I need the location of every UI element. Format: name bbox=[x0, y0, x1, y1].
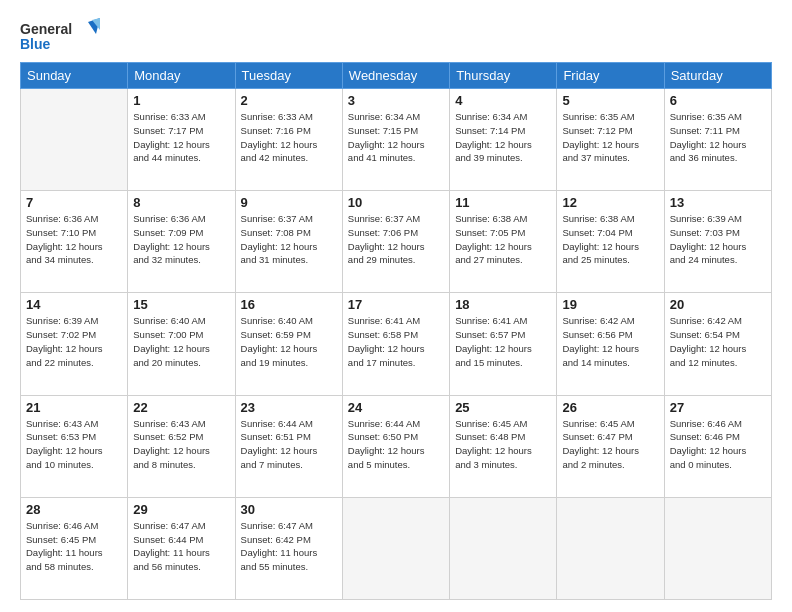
weekday-saturday: Saturday bbox=[664, 63, 771, 89]
cell-info: Sunrise: 6:46 AM Sunset: 6:46 PM Dayligh… bbox=[670, 417, 766, 472]
cell-info: Sunrise: 6:44 AM Sunset: 6:50 PM Dayligh… bbox=[348, 417, 444, 472]
calendar-cell: 22Sunrise: 6:43 AM Sunset: 6:52 PM Dayli… bbox=[128, 395, 235, 497]
calendar-cell: 24Sunrise: 6:44 AM Sunset: 6:50 PM Dayli… bbox=[342, 395, 449, 497]
day-number: 2 bbox=[241, 93, 337, 108]
calendar-cell: 10Sunrise: 6:37 AM Sunset: 7:06 PM Dayli… bbox=[342, 191, 449, 293]
week-row-1: 1Sunrise: 6:33 AM Sunset: 7:17 PM Daylig… bbox=[21, 89, 772, 191]
cell-info: Sunrise: 6:42 AM Sunset: 6:54 PM Dayligh… bbox=[670, 314, 766, 369]
day-number: 30 bbox=[241, 502, 337, 517]
cell-info: Sunrise: 6:37 AM Sunset: 7:06 PM Dayligh… bbox=[348, 212, 444, 267]
cell-info: Sunrise: 6:34 AM Sunset: 7:15 PM Dayligh… bbox=[348, 110, 444, 165]
cell-info: Sunrise: 6:42 AM Sunset: 6:56 PM Dayligh… bbox=[562, 314, 658, 369]
calendar-cell: 5Sunrise: 6:35 AM Sunset: 7:12 PM Daylig… bbox=[557, 89, 664, 191]
cell-info: Sunrise: 6:38 AM Sunset: 7:04 PM Dayligh… bbox=[562, 212, 658, 267]
calendar-cell: 17Sunrise: 6:41 AM Sunset: 6:58 PM Dayli… bbox=[342, 293, 449, 395]
day-number: 10 bbox=[348, 195, 444, 210]
day-number: 9 bbox=[241, 195, 337, 210]
cell-info: Sunrise: 6:47 AM Sunset: 6:44 PM Dayligh… bbox=[133, 519, 229, 574]
day-number: 11 bbox=[455, 195, 551, 210]
calendar-cell bbox=[557, 497, 664, 599]
week-row-5: 28Sunrise: 6:46 AM Sunset: 6:45 PM Dayli… bbox=[21, 497, 772, 599]
calendar-cell bbox=[450, 497, 557, 599]
day-number: 4 bbox=[455, 93, 551, 108]
calendar-cell: 23Sunrise: 6:44 AM Sunset: 6:51 PM Dayli… bbox=[235, 395, 342, 497]
cell-info: Sunrise: 6:40 AM Sunset: 7:00 PM Dayligh… bbox=[133, 314, 229, 369]
header: GeneralBlue bbox=[20, 18, 772, 54]
cell-info: Sunrise: 6:36 AM Sunset: 7:10 PM Dayligh… bbox=[26, 212, 122, 267]
day-number: 3 bbox=[348, 93, 444, 108]
day-number: 18 bbox=[455, 297, 551, 312]
calendar-cell: 27Sunrise: 6:46 AM Sunset: 6:46 PM Dayli… bbox=[664, 395, 771, 497]
week-row-4: 21Sunrise: 6:43 AM Sunset: 6:53 PM Dayli… bbox=[21, 395, 772, 497]
calendar-cell: 3Sunrise: 6:34 AM Sunset: 7:15 PM Daylig… bbox=[342, 89, 449, 191]
cell-info: Sunrise: 6:46 AM Sunset: 6:45 PM Dayligh… bbox=[26, 519, 122, 574]
cell-info: Sunrise: 6:35 AM Sunset: 7:11 PM Dayligh… bbox=[670, 110, 766, 165]
cell-info: Sunrise: 6:35 AM Sunset: 7:12 PM Dayligh… bbox=[562, 110, 658, 165]
day-number: 5 bbox=[562, 93, 658, 108]
weekday-friday: Friday bbox=[557, 63, 664, 89]
calendar-cell: 8Sunrise: 6:36 AM Sunset: 7:09 PM Daylig… bbox=[128, 191, 235, 293]
calendar-cell bbox=[21, 89, 128, 191]
calendar-cell: 30Sunrise: 6:47 AM Sunset: 6:42 PM Dayli… bbox=[235, 497, 342, 599]
weekday-tuesday: Tuesday bbox=[235, 63, 342, 89]
day-number: 8 bbox=[133, 195, 229, 210]
week-row-3: 14Sunrise: 6:39 AM Sunset: 7:02 PM Dayli… bbox=[21, 293, 772, 395]
calendar-cell: 21Sunrise: 6:43 AM Sunset: 6:53 PM Dayli… bbox=[21, 395, 128, 497]
cell-info: Sunrise: 6:41 AM Sunset: 6:57 PM Dayligh… bbox=[455, 314, 551, 369]
cell-info: Sunrise: 6:36 AM Sunset: 7:09 PM Dayligh… bbox=[133, 212, 229, 267]
cell-info: Sunrise: 6:47 AM Sunset: 6:42 PM Dayligh… bbox=[241, 519, 337, 574]
day-number: 23 bbox=[241, 400, 337, 415]
cell-info: Sunrise: 6:43 AM Sunset: 6:52 PM Dayligh… bbox=[133, 417, 229, 472]
cell-info: Sunrise: 6:39 AM Sunset: 7:03 PM Dayligh… bbox=[670, 212, 766, 267]
day-number: 6 bbox=[670, 93, 766, 108]
weekday-header-row: SundayMondayTuesdayWednesdayThursdayFrid… bbox=[21, 63, 772, 89]
day-number: 7 bbox=[26, 195, 122, 210]
calendar-cell: 2Sunrise: 6:33 AM Sunset: 7:16 PM Daylig… bbox=[235, 89, 342, 191]
logo-svg: GeneralBlue bbox=[20, 18, 110, 54]
day-number: 22 bbox=[133, 400, 229, 415]
calendar-cell: 9Sunrise: 6:37 AM Sunset: 7:08 PM Daylig… bbox=[235, 191, 342, 293]
weekday-thursday: Thursday bbox=[450, 63, 557, 89]
calendar-cell: 6Sunrise: 6:35 AM Sunset: 7:11 PM Daylig… bbox=[664, 89, 771, 191]
cell-info: Sunrise: 6:34 AM Sunset: 7:14 PM Dayligh… bbox=[455, 110, 551, 165]
calendar-cell: 12Sunrise: 6:38 AM Sunset: 7:04 PM Dayli… bbox=[557, 191, 664, 293]
calendar-cell: 14Sunrise: 6:39 AM Sunset: 7:02 PM Dayli… bbox=[21, 293, 128, 395]
svg-text:Blue: Blue bbox=[20, 36, 51, 52]
day-number: 29 bbox=[133, 502, 229, 517]
day-number: 15 bbox=[133, 297, 229, 312]
calendar-cell: 7Sunrise: 6:36 AM Sunset: 7:10 PM Daylig… bbox=[21, 191, 128, 293]
day-number: 20 bbox=[670, 297, 766, 312]
weekday-sunday: Sunday bbox=[21, 63, 128, 89]
calendar-cell: 28Sunrise: 6:46 AM Sunset: 6:45 PM Dayli… bbox=[21, 497, 128, 599]
day-number: 25 bbox=[455, 400, 551, 415]
week-row-2: 7Sunrise: 6:36 AM Sunset: 7:10 PM Daylig… bbox=[21, 191, 772, 293]
cell-info: Sunrise: 6:41 AM Sunset: 6:58 PM Dayligh… bbox=[348, 314, 444, 369]
calendar-cell: 11Sunrise: 6:38 AM Sunset: 7:05 PM Dayli… bbox=[450, 191, 557, 293]
cell-info: Sunrise: 6:39 AM Sunset: 7:02 PM Dayligh… bbox=[26, 314, 122, 369]
day-number: 24 bbox=[348, 400, 444, 415]
calendar-cell: 26Sunrise: 6:45 AM Sunset: 6:47 PM Dayli… bbox=[557, 395, 664, 497]
cell-info: Sunrise: 6:44 AM Sunset: 6:51 PM Dayligh… bbox=[241, 417, 337, 472]
day-number: 26 bbox=[562, 400, 658, 415]
day-number: 21 bbox=[26, 400, 122, 415]
logo: GeneralBlue bbox=[20, 18, 110, 54]
calendar-cell bbox=[664, 497, 771, 599]
calendar-cell: 16Sunrise: 6:40 AM Sunset: 6:59 PM Dayli… bbox=[235, 293, 342, 395]
cell-info: Sunrise: 6:43 AM Sunset: 6:53 PM Dayligh… bbox=[26, 417, 122, 472]
cell-info: Sunrise: 6:40 AM Sunset: 6:59 PM Dayligh… bbox=[241, 314, 337, 369]
calendar-table: SundayMondayTuesdayWednesdayThursdayFrid… bbox=[20, 62, 772, 600]
calendar-cell: 4Sunrise: 6:34 AM Sunset: 7:14 PM Daylig… bbox=[450, 89, 557, 191]
page: GeneralBlue SundayMondayTuesdayWednesday… bbox=[0, 0, 792, 612]
day-number: 1 bbox=[133, 93, 229, 108]
cell-info: Sunrise: 6:37 AM Sunset: 7:08 PM Dayligh… bbox=[241, 212, 337, 267]
calendar-cell: 25Sunrise: 6:45 AM Sunset: 6:48 PM Dayli… bbox=[450, 395, 557, 497]
day-number: 19 bbox=[562, 297, 658, 312]
cell-info: Sunrise: 6:33 AM Sunset: 7:16 PM Dayligh… bbox=[241, 110, 337, 165]
cell-info: Sunrise: 6:38 AM Sunset: 7:05 PM Dayligh… bbox=[455, 212, 551, 267]
cell-info: Sunrise: 6:45 AM Sunset: 6:48 PM Dayligh… bbox=[455, 417, 551, 472]
calendar-cell: 29Sunrise: 6:47 AM Sunset: 6:44 PM Dayli… bbox=[128, 497, 235, 599]
day-number: 12 bbox=[562, 195, 658, 210]
day-number: 14 bbox=[26, 297, 122, 312]
cell-info: Sunrise: 6:45 AM Sunset: 6:47 PM Dayligh… bbox=[562, 417, 658, 472]
calendar-cell: 19Sunrise: 6:42 AM Sunset: 6:56 PM Dayli… bbox=[557, 293, 664, 395]
